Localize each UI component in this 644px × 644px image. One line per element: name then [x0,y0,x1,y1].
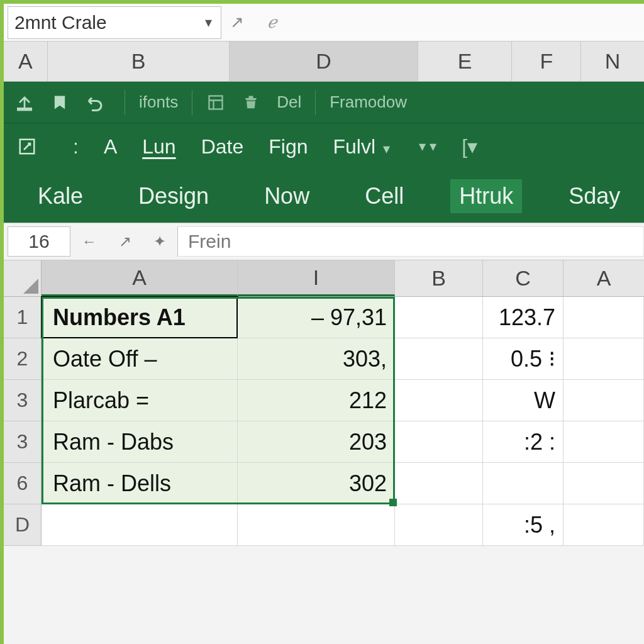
ribbon: ifonts Del Framodow : A Lun Date Fign Fu… [4,82,644,223]
cell-A6[interactable] [42,504,238,546]
date-button[interactable]: Date [201,135,244,158]
del-label[interactable]: Del [277,92,301,112]
ribbon-quick-row: ifonts Del Framodow [4,82,644,123]
svg-rect-1 [209,96,223,109]
divider [192,90,192,115]
row-head-D[interactable]: D [4,504,42,546]
select-all-corner[interactable] [4,260,42,296]
colon-icon: : [73,135,79,158]
grid-body: 1 Numbers A1 – 97,31 123.7 2 Oate Off – … [4,297,644,546]
cell-B5[interactable] [395,463,483,504]
back-icon[interactable]: ← [82,233,97,250]
chevron-down-icon[interactable]: ▾ ▾ [419,138,436,155]
formula-bar: 16 ← ↗ ✦ Frein [4,223,644,260]
font-a-button[interactable]: A [104,135,117,158]
forward-icon[interactable]: ↗ [119,233,131,250]
cell-B1[interactable] [395,297,483,338]
col-B[interactable]: B [48,42,230,81]
cell-C1[interactable]: 123.7 [483,297,564,338]
namebox-value: 2mnt Crale [8,12,196,33]
cell-C4[interactable]: :2 : [483,421,564,463]
cell-B3[interactable] [395,380,483,421]
pin-icon[interactable]: ✦ [153,233,166,250]
undo-icon[interactable] [80,88,109,117]
name-box[interactable]: 2mnt Crale ▾ [8,6,221,39]
grid-row: 6 Ram - Dells 302 [4,463,644,504]
leaf-icon[interactable]: ℯ [253,13,291,32]
tab-sday[interactable]: Sday [560,179,629,213]
colhead-B[interactable]: B [395,260,483,296]
share-up-icon[interactable] [10,88,39,117]
tab-design[interactable]: Design [130,179,218,213]
bracket-dropdown[interactable]: [▾ [462,135,477,158]
cell-I3[interactable]: 212 [238,380,395,421]
cell-A2-6[interactable] [564,504,644,546]
svg-rect-0 [18,108,31,110]
cell-C3[interactable]: W [483,380,564,421]
formula-bar-icons: ← ↗ ✦ [70,233,177,250]
row-head-3[interactable]: 3 [4,380,42,421]
chevron-down-icon[interactable]: ▾ [196,14,221,31]
cell-I2[interactable]: 303, [238,338,395,380]
framodow-label[interactable]: Framodow [330,92,407,112]
row-head-6[interactable]: 6 [4,463,42,504]
layout-icon[interactable] [201,88,230,117]
cell-A2-2[interactable] [564,338,644,380]
cell-I1[interactable]: – 97,31 [238,297,395,338]
tab-cell[interactable]: Cell [356,179,413,213]
col-E[interactable]: E [418,42,513,81]
col-A[interactable]: A [4,42,48,81]
cell-B2[interactable] [395,338,483,380]
cell-A1[interactable]: Numbers A1 [42,297,238,338]
fulvl-button[interactable]: Fulvl ▾ [333,135,390,158]
grid-row: D :5 , [4,504,644,546]
colhead-C[interactable]: C [483,260,564,296]
cell-A5[interactable]: Ram - Dells [42,463,238,504]
row-head-3b[interactable]: 3 [4,421,42,463]
cell-reference-box[interactable]: 16 [8,226,70,257]
grid-body-wrap: 1 Numbers A1 – 97,31 123.7 2 Oate Off – … [4,297,644,546]
expand-icon[interactable]: ↗ [221,13,253,32]
cell-I6[interactable] [238,504,395,546]
cell-C6[interactable]: :5 , [483,504,564,546]
tab-now[interactable]: Now [255,179,318,213]
edit-box-icon[interactable] [13,132,42,161]
colhead-A[interactable]: A [42,260,238,296]
cell-A2-1[interactable] [564,297,644,338]
grid-row: 3 Ram - Dabs 203 :2 : [4,421,644,463]
chevron-down-icon: ▾ [379,141,390,157]
cell-A3[interactable]: Plarcab = [42,380,238,421]
cell-C5[interactable] [483,463,564,504]
cell-B6[interactable] [395,504,483,546]
cell-A4[interactable]: Ram - Dabs [42,421,238,463]
cell-I4[interactable]: 203 [238,421,395,463]
cell-A2-4[interactable] [564,421,644,463]
cell-I5[interactable]: 302 [238,463,395,504]
bin-icon[interactable] [236,88,265,117]
tab-kale[interactable]: Kale [29,179,92,213]
row-head-1[interactable]: 1 [4,297,42,338]
grid-row: 3 Plarcab = 212 W [4,380,644,421]
fonts-label[interactable]: ifonts [139,92,178,112]
cell-A2[interactable]: Oate Off – [42,338,238,380]
colhead-I[interactable]: I [238,260,395,296]
formula-input[interactable]: Frein [177,226,644,257]
cell-B4[interactable] [395,421,483,463]
cell-A2-5[interactable] [564,463,644,504]
lun-button[interactable]: Lun [142,135,175,158]
tab-htruk[interactable]: Htruk [450,179,522,213]
fign-button[interactable]: Fign [269,135,308,158]
col-D[interactable]: D [230,42,418,81]
row-head-2[interactable]: 2 [4,338,42,380]
colhead-A2[interactable]: A [564,260,644,296]
top-column-strip: A B D E F N [4,42,644,82]
ribbon-format-row: : A Lun Date Fign Fulvl ▾ ▾ ▾ [▾ [4,123,644,170]
grid-row: 2 Oate Off – 303, 0.5 ⁝ [4,338,644,380]
namebox-bar: 2mnt Crale ▾ ↗ ℯ [4,4,644,42]
cell-A2-3[interactable] [564,380,644,421]
cell-C2[interactable]: 0.5 ⁝ [483,338,564,380]
col-F[interactable]: F [512,42,581,81]
col-N[interactable]: N [581,42,644,81]
bookmark-icon[interactable] [45,88,74,117]
divider [315,90,316,115]
